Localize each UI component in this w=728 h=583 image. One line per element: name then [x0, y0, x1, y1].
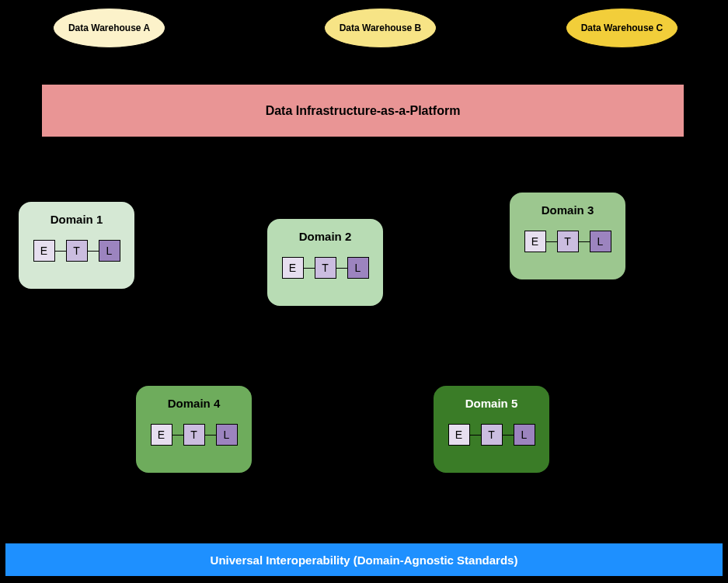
data-warehouse-c: Data Warehouse C [566, 8, 678, 48]
etl-e-box: E [33, 240, 55, 262]
domain-3-title: Domain 3 [519, 203, 616, 217]
diagram-canvas: Data Warehouse A Data Warehouse B Data W… [0, 0, 728, 583]
etl-l-box: L [514, 424, 535, 446]
platform-label: Data Infrastructure-as-a-Platform [266, 104, 461, 118]
domain-3: Domain 3 E T L [508, 191, 627, 281]
etl-e-box: E [448, 424, 470, 446]
etl-t-box: T [481, 424, 503, 446]
domain-4: Domain 4 E T L [134, 384, 253, 474]
etl-l-box: L [590, 231, 611, 252]
domain-5: Domain 5 E T L [432, 384, 551, 474]
etl-connector [55, 251, 66, 252]
domain-1-title: Domain 1 [28, 213, 125, 226]
domain-4-etl: E T L [145, 424, 242, 446]
etl-connector [172, 435, 183, 436]
data-warehouse-a: Data Warehouse A [53, 8, 165, 48]
etl-connector [336, 268, 347, 269]
etl-connector [304, 268, 315, 269]
domain-2: Domain 2 E T L [266, 217, 385, 307]
etl-connector [205, 435, 216, 436]
domain-2-title: Domain 2 [277, 230, 374, 243]
domain-1: Domain 1 E T L [17, 200, 136, 290]
etl-e-box: E [524, 231, 546, 252]
domain-1-etl: E T L [28, 240, 125, 262]
etl-e-box: E [282, 257, 304, 279]
domain-5-title: Domain 5 [443, 397, 540, 410]
etl-l-box: L [216, 424, 238, 446]
etl-connector [503, 435, 514, 436]
data-warehouse-b: Data Warehouse B [324, 8, 437, 48]
etl-t-box: T [183, 424, 205, 446]
etl-connector [579, 241, 590, 242]
etl-e-box: E [151, 424, 172, 446]
etl-connector [470, 435, 481, 436]
etl-t-box: T [66, 240, 88, 262]
domain-4-title: Domain 4 [145, 397, 242, 410]
etl-l-box: L [347, 257, 369, 279]
etl-connector [88, 251, 99, 252]
footer-label: Universal Interoperability (Domain-Agnos… [211, 554, 518, 567]
etl-t-box: T [315, 257, 336, 279]
domain-3-etl: E T L [519, 231, 616, 252]
footer-bar: Universal Interoperability (Domain-Agnos… [5, 543, 723, 577]
domain-5-etl: E T L [443, 424, 540, 446]
etl-t-box: T [557, 231, 579, 252]
warehouse-c-label: Data Warehouse C [581, 23, 664, 33]
platform-bar: Data Infrastructure-as-a-Platform [41, 84, 684, 137]
warehouse-b-label: Data Warehouse B [340, 23, 422, 33]
warehouse-a-label: Data Warehouse A [68, 23, 150, 33]
domain-2-etl: E T L [277, 257, 374, 279]
etl-connector [546, 241, 557, 242]
etl-l-box: L [99, 240, 120, 262]
